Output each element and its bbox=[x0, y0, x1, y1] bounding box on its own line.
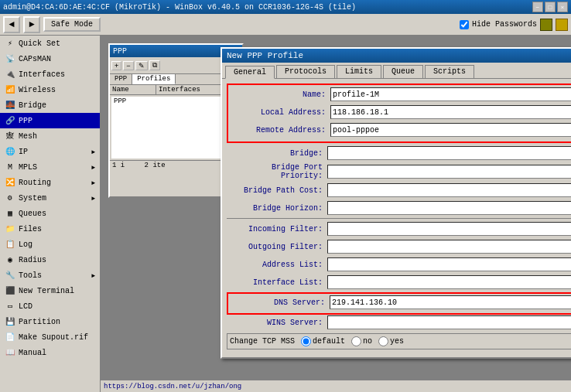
tcp-mss-no-radio[interactable] bbox=[351, 336, 361, 346]
dns-server-input[interactable] bbox=[330, 295, 571, 309]
local-address-input-container: ▲ ▼ bbox=[330, 105, 571, 119]
sidebar-item-label: System bbox=[19, 194, 46, 203]
wireless-icon: 📶 bbox=[5, 84, 15, 95]
interface-list-container: ▼ bbox=[327, 275, 571, 289]
wins-server-container: ▲ ▼ bbox=[327, 315, 571, 329]
local-address-input[interactable] bbox=[330, 105, 571, 119]
tab-scripts[interactable]: Scripts bbox=[425, 65, 474, 78]
forward-button[interactable]: ► bbox=[23, 16, 40, 33]
tcp-mss-yes-radio[interactable] bbox=[378, 336, 388, 346]
dns-server-label: DNS Server: bbox=[229, 298, 330, 307]
bridge-input[interactable] bbox=[327, 146, 571, 160]
sidebar-item-ip[interactable]: 🌐 IP ► bbox=[0, 144, 100, 159]
sidebar-item-manual[interactable]: 📖 Manual bbox=[0, 345, 100, 360]
ppp-tab-profiles[interactable]: Profiles bbox=[132, 74, 176, 84]
close-button[interactable]: × bbox=[557, 2, 568, 12]
sidebar-item-interfaces[interactable]: 🔌 Interfaces bbox=[0, 66, 100, 82]
ppp-tab-ppp[interactable]: PPP bbox=[110, 74, 132, 84]
sidebar-item-lcd[interactable]: ▭ LCD bbox=[0, 298, 100, 314]
log-icon: 📋 bbox=[5, 239, 15, 250]
key-icon bbox=[556, 19, 568, 31]
sidebar-item-label: CAPsMAN bbox=[19, 55, 51, 63]
sidebar-item-label: Interfaces bbox=[19, 70, 65, 79]
tcp-mss-yes: yes bbox=[378, 336, 404, 346]
bridge-horizon-row: Bridge Horizon: ▼ bbox=[227, 200, 571, 216]
remote-address-input[interactable] bbox=[330, 123, 571, 137]
name-input[interactable] bbox=[330, 87, 571, 101]
sidebar-item-mpls[interactable]: Μ MPLS ► bbox=[0, 159, 100, 175]
window-controls: − □ × bbox=[532, 2, 568, 12]
sidebar-item-capsman[interactable]: 📡 CAPsMAN bbox=[0, 51, 100, 66]
sidebar-item-label: Queues bbox=[19, 210, 46, 218]
back-button[interactable]: ◄ bbox=[3, 16, 20, 33]
sidebar-item-make-supout[interactable]: 📄 Make Supout.rif bbox=[0, 329, 100, 345]
remote-address-row: Remote Address: ▲ ▼ bbox=[230, 122, 571, 138]
ppp-add-button[interactable]: + bbox=[111, 61, 121, 70]
ppp-remove-button[interactable]: − bbox=[123, 61, 133, 70]
sidebar-item-partition[interactable]: 💾 Partition bbox=[0, 314, 100, 329]
sidebar-item-radius[interactable]: ◉ Radius bbox=[0, 252, 100, 268]
tab-limits[interactable]: Limits bbox=[337, 65, 381, 78]
bridge-path-cost-input[interactable] bbox=[327, 183, 571, 197]
bridge-port-priority-input[interactable] bbox=[327, 165, 571, 179]
form-area: Name: Local Address: ▲ bbox=[227, 84, 571, 353]
address-list-label: Address List: bbox=[227, 261, 327, 269]
dns-section: DNS Server: ▲ ▼ bbox=[227, 292, 571, 315]
interface-list-input[interactable] bbox=[327, 275, 571, 289]
ppp-edit-button[interactable]: ✎ bbox=[135, 61, 148, 70]
title-bar: admin@D4:CA:6D:AE:4C:CF (MikroTik) - Win… bbox=[0, 0, 571, 14]
sidebar-item-ppp[interactable]: 🔗 PPP bbox=[0, 113, 100, 128]
tcp-mss-default-radio[interactable] bbox=[301, 336, 311, 346]
sidebar-item-quick-set[interactable]: ⚡ Quick Set bbox=[0, 36, 100, 51]
routing-icon: 🔀 bbox=[5, 177, 15, 188]
bridge-horizon-input[interactable] bbox=[327, 201, 571, 215]
sidebar-item-routing[interactable]: 🔀 Routing ► bbox=[0, 175, 100, 190]
bridge-label: Bridge: bbox=[227, 149, 327, 158]
tab-general[interactable]: General bbox=[225, 66, 275, 79]
bridge-row: Bridge: ▼ bbox=[227, 145, 571, 161]
queues-icon: ▦ bbox=[5, 208, 15, 219]
tab-protocols[interactable]: Protocols bbox=[276, 65, 335, 78]
bridge-horizon-container: ▼ bbox=[327, 201, 571, 215]
outgoing-filter-input[interactable] bbox=[327, 240, 571, 254]
content-area: PPP + − ✎ ⧉ PPP Profiles Name Interfaces… bbox=[101, 36, 571, 392]
maximize-button[interactable]: □ bbox=[545, 2, 556, 12]
row-name: PPP bbox=[114, 97, 160, 105]
status-bar: https://blog.csdn.net/u/jzhan/ong bbox=[101, 380, 571, 392]
name-label: Name: bbox=[230, 90, 330, 99]
bridge-port-priority-row: Bridge Port Priority: ▼ bbox=[227, 163, 571, 180]
dns-server-container: ▲ ▼ bbox=[330, 295, 571, 309]
address-list-input[interactable] bbox=[327, 257, 571, 271]
mesh-icon: 🕸 bbox=[5, 131, 15, 141]
sidebar-item-tools[interactable]: 🔧 Tools ► bbox=[0, 268, 100, 283]
sidebar-item-label: Make Supout.rif bbox=[19, 333, 88, 342]
remote-address-label: Remote Address: bbox=[230, 126, 330, 135]
bridge-dropdown-container: ▼ bbox=[327, 146, 571, 160]
sidebar-item-mesh[interactable]: 🕸 Mesh bbox=[0, 128, 100, 144]
bridge-icon: 🌉 bbox=[5, 100, 15, 111]
safe-mode-button[interactable]: Safe Mode bbox=[43, 17, 101, 32]
ppp-copy-button[interactable]: ⧉ bbox=[149, 60, 160, 70]
sidebar-item-log[interactable]: 📋 Log bbox=[0, 237, 100, 252]
hide-passwords-checkbox[interactable] bbox=[460, 20, 469, 29]
sidebar-item-label: New Terminal bbox=[19, 287, 74, 295]
sidebar-item-new-terminal[interactable]: ⬛ New Terminal bbox=[0, 283, 100, 298]
divider1 bbox=[227, 218, 571, 219]
radius-icon: ◉ bbox=[5, 254, 15, 265]
files-icon: 📁 bbox=[5, 223, 15, 234]
sidebar-item-files[interactable]: 📁 Files bbox=[0, 221, 100, 237]
tab-queue[interactable]: Queue bbox=[383, 65, 423, 78]
wins-server-input[interactable] bbox=[327, 315, 571, 329]
sidebar-item-wireless[interactable]: 📶 Wireless bbox=[0, 82, 100, 97]
sidebar-item-queues[interactable]: ▦ Queues bbox=[0, 206, 100, 221]
incoming-filter-input[interactable] bbox=[327, 222, 571, 236]
sidebar-item-system[interactable]: ⚙ System ► bbox=[0, 190, 100, 206]
local-address-label: Local Address: bbox=[230, 108, 330, 117]
bridge-horizon-label: Bridge Horizon: bbox=[227, 204, 327, 213]
terminal-icon: ⬛ bbox=[5, 285, 15, 296]
local-address-row: Local Address: ▲ ▼ bbox=[230, 104, 571, 120]
minimize-button[interactable]: − bbox=[532, 2, 543, 12]
sidebar-item-bridge[interactable]: 🌉 Bridge bbox=[0, 97, 100, 113]
ppp-col-name-header: Name bbox=[110, 85, 156, 94]
remote-address-input-container: ▲ ▼ bbox=[330, 123, 571, 137]
